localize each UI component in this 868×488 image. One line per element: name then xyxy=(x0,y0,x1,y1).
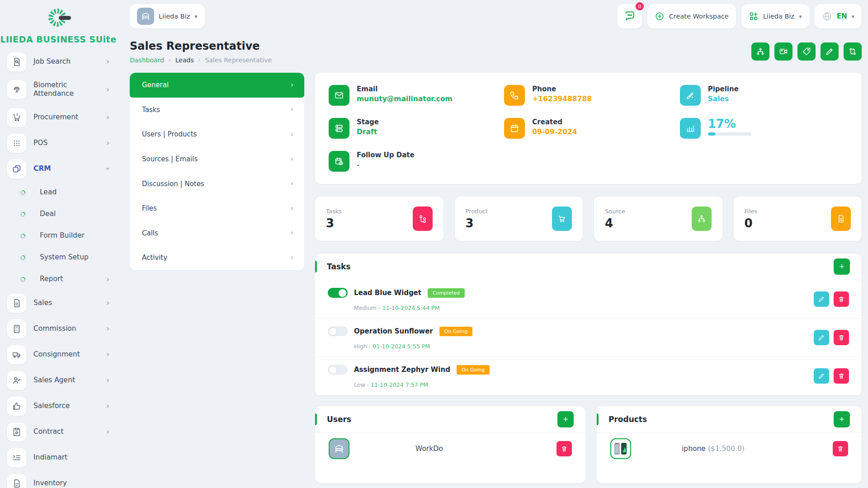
sidebar-item-commission[interactable]: Commission › xyxy=(0,316,117,342)
sidebar-item-indiamart[interactable]: Indiamart xyxy=(0,445,117,470)
edit-button[interactable] xyxy=(821,42,839,61)
product-price: ($1,500.0) xyxy=(708,445,745,453)
chevron-down-icon: ▾ xyxy=(799,13,802,20)
org-label: Liieda Biz xyxy=(763,13,794,20)
page-actions xyxy=(751,42,862,61)
sidebar-item-biometric-attendance[interactable]: Biometric Attendance › xyxy=(0,75,117,104)
task-complete-toggle[interactable] xyxy=(328,365,348,375)
delete-task-button[interactable] xyxy=(834,368,849,384)
tab-sources-emails[interactable]: Sources | Emails› xyxy=(130,147,304,172)
tab-label: Sources | Emails xyxy=(142,155,198,163)
workspace-avatar xyxy=(137,8,154,25)
tab-calls[interactable]: Calls› xyxy=(130,221,304,246)
tasks-title: Tasks xyxy=(327,262,350,271)
brand-logo: LIIEDA BUSINESS SUite xyxy=(0,5,117,49)
sidebar-item-job-search[interactable]: Job Search › xyxy=(0,49,117,75)
video-call-button[interactable] xyxy=(774,42,793,61)
sidebar-item-contract[interactable]: Contract › xyxy=(0,419,117,445)
labels-button[interactable] xyxy=(797,42,816,61)
stat-card-tasks: Tasks3 xyxy=(315,197,443,241)
tab-files[interactable]: Files› xyxy=(130,196,304,221)
sidebar-item-sales[interactable]: Sales › xyxy=(0,290,117,316)
transfer-button[interactable] xyxy=(844,42,862,61)
sidebar-item-salesforce[interactable]: Salesforce › xyxy=(0,393,117,419)
globe-icon xyxy=(822,11,832,22)
chat-icon xyxy=(624,10,636,22)
edit-task-button[interactable] xyxy=(814,368,829,384)
pipeline-value: Sales xyxy=(708,95,739,103)
phone-value[interactable]: +16239488788 xyxy=(532,95,592,103)
job-search-icon xyxy=(7,52,26,71)
sidebar-item-consignment[interactable]: Consignment › xyxy=(0,342,117,367)
stat-value: 4 xyxy=(605,216,625,230)
email-value[interactable]: munuty@mailinator.com xyxy=(357,95,453,103)
task-complete-toggle[interactable] xyxy=(328,288,348,298)
sidebar-item-report[interactable]: Report › xyxy=(0,268,117,290)
sidebar-item-label: Procurement xyxy=(33,113,99,122)
sidebar-item-lead[interactable]: Lead xyxy=(0,182,117,203)
add-task-button[interactable]: + xyxy=(834,258,850,275)
edit-task-button[interactable] xyxy=(814,330,829,345)
sidebar-item-system-setup[interactable]: System Setup xyxy=(0,247,117,268)
add-product-button[interactable]: + xyxy=(834,411,850,427)
sidebar-item-form-builder[interactable]: Form Builder xyxy=(0,225,117,247)
delete-task-button[interactable] xyxy=(834,330,849,345)
task-priority: Medium xyxy=(354,305,382,311)
stage-value: Draft xyxy=(357,128,379,136)
task-datetime: 11-10-2024 7:57 PM xyxy=(371,381,428,388)
brand-title: LIIEDA BUSINESS SUite xyxy=(0,34,116,44)
tab-tasks[interactable]: Tasks› xyxy=(130,98,304,122)
create-workspace-button[interactable]: Create Workspace xyxy=(647,4,736,28)
org-switcher[interactable]: Liieda Biz ▾ xyxy=(741,4,809,28)
stat-card-source: Source4 xyxy=(594,197,722,241)
topbar: Liieda Biz ▾ 0 Create Workspace Liieda B… xyxy=(130,4,862,29)
convert-to-deal-button[interactable] xyxy=(751,42,769,61)
sidebar-item-procurement[interactable]: Procurement › xyxy=(0,104,117,130)
breadcrumb-dashboard[interactable]: Dashboard xyxy=(130,56,164,64)
tab-label: Files xyxy=(142,204,157,212)
breadcrumb-leads[interactable]: Leads xyxy=(175,56,194,64)
task-meta: Medium11-10-2024 5:44 PM xyxy=(354,305,849,311)
tab-discussion-notes[interactable]: Discussion | Notes› xyxy=(130,171,304,196)
task-complete-toggle[interactable] xyxy=(328,326,348,336)
tab-users-products[interactable]: Users | Products› xyxy=(130,122,304,147)
bullet-icon xyxy=(20,212,25,217)
task-name: Lead Blue Widget xyxy=(354,289,421,297)
delete-user-button[interactable] xyxy=(557,441,572,456)
sidebar-item-crm[interactable]: CRM › xyxy=(0,156,117,182)
grid-dots-icon xyxy=(7,134,26,153)
chevron-right-icon: › xyxy=(106,428,109,436)
add-user-button[interactable]: + xyxy=(557,411,574,427)
procurement-cart-icon xyxy=(7,108,26,127)
messages-button[interactable]: 0 xyxy=(618,4,642,28)
sidebar-item-pos[interactable]: POS › xyxy=(0,130,117,156)
delete-product-button[interactable] xyxy=(833,441,848,456)
calendar-clock-icon xyxy=(329,151,349,172)
edit-task-button[interactable] xyxy=(814,291,829,307)
workspace-switcher[interactable]: Liieda Biz ▾ xyxy=(130,4,205,28)
stat-value: 3 xyxy=(326,216,342,230)
sidebar-item-deal[interactable]: Deal xyxy=(0,203,117,225)
person-check-icon xyxy=(7,371,26,390)
task-name: Operation Sunflower xyxy=(354,327,433,335)
field-pipeline: PipelineSales xyxy=(680,85,848,106)
grid-plus-icon xyxy=(749,11,759,21)
delete-task-button[interactable] xyxy=(834,291,849,307)
sidebar-item-label: Sales xyxy=(33,299,99,307)
tab-label: Users | Products xyxy=(142,130,197,138)
chevron-right-icon: › xyxy=(106,86,109,94)
field-phone: Phone+16239488788 xyxy=(504,85,672,106)
language-switcher[interactable]: EN ▾ xyxy=(815,4,862,28)
sidebar-item-sales-agent[interactable]: Sales Agent › xyxy=(0,367,117,393)
tab-general[interactable]: General› xyxy=(130,73,304,98)
chevron-right-icon: › xyxy=(291,156,293,163)
user-name: WorkDo xyxy=(415,445,443,453)
chevron-right-icon: › xyxy=(106,113,109,121)
sidebar-item-inventory[interactable]: Inventory xyxy=(0,470,117,488)
bullet-icon xyxy=(20,277,25,282)
calculator-icon xyxy=(7,319,26,338)
tasks-list: Lead Blue Widget Completed Medium11-10-2… xyxy=(315,280,862,395)
chevron-right-icon: › xyxy=(291,230,293,236)
user-avatar xyxy=(329,438,349,459)
tab-activity[interactable]: Activity› xyxy=(130,245,304,270)
